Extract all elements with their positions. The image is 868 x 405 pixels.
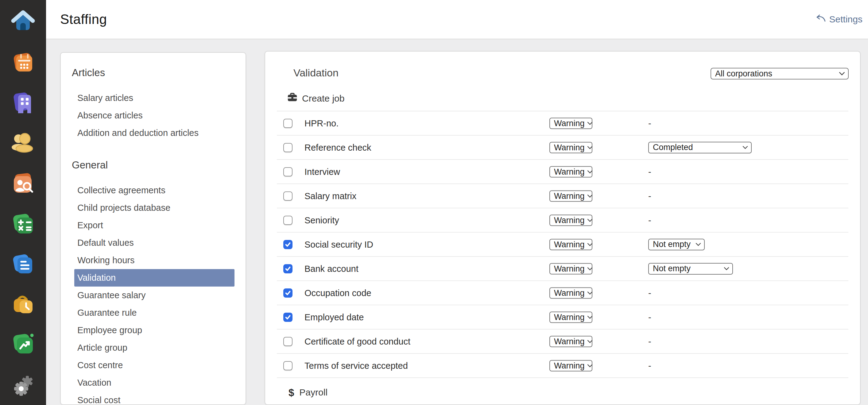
calendar-icon[interactable] xyxy=(9,50,36,77)
validation-row: Certificate of good conductWarning- xyxy=(277,330,848,354)
notes-icon[interactable] xyxy=(9,251,36,278)
sidebar-item-vacation[interactable]: Vacation xyxy=(74,374,235,392)
checkbox-unchecked[interactable] xyxy=(283,191,292,201)
validation-row: Terms of service acceptedWarning- xyxy=(277,354,848,378)
rule-label: Interview xyxy=(305,166,340,177)
severity-select[interactable]: Warning xyxy=(549,190,592,201)
severity-select[interactable]: Warning xyxy=(549,239,592,250)
checkbox-unchecked[interactable] xyxy=(283,361,292,370)
settings-link[interactable]: Settings xyxy=(816,14,863,25)
validation-row: HPR-no.Warning- xyxy=(277,112,848,135)
severity-select[interactable]: Warning xyxy=(549,311,592,323)
condition-select[interactable]: Completed xyxy=(648,142,752,153)
severity-select[interactable]: Warning xyxy=(549,118,592,129)
condition-empty: - xyxy=(648,191,651,201)
bag-clock-icon[interactable] xyxy=(9,292,36,319)
section-title: Payroll xyxy=(299,387,328,398)
condition-empty: - xyxy=(648,166,651,177)
condition-empty: - xyxy=(648,312,651,322)
nav-items: Collective agreementsChild projects data… xyxy=(61,182,246,405)
validation-row: SeniorityWarning- xyxy=(277,208,848,232)
severity-select-value: Warning xyxy=(554,361,585,370)
validation-row: Bank accountWarningNot empty xyxy=(277,257,848,281)
checkbox-checked[interactable] xyxy=(283,313,292,322)
severity-select[interactable]: Warning xyxy=(549,263,592,274)
settings-nav-panel: ArticlesSalary articlesAbsence articlesA… xyxy=(60,52,246,405)
condition-empty: - xyxy=(648,336,651,346)
checkbox-unchecked[interactable] xyxy=(283,337,292,346)
sidebar-item-guarantee-rule[interactable]: Guarantee rule xyxy=(74,304,235,321)
condition-empty: - xyxy=(648,118,651,128)
checkbox-unchecked[interactable] xyxy=(283,119,292,128)
coins-icon[interactable] xyxy=(9,129,36,156)
section-header-create-job: Create job xyxy=(287,93,344,104)
severity-select[interactable]: Warning xyxy=(549,360,592,371)
severity-select-value: Warning xyxy=(554,191,585,201)
condition-select[interactable]: Not empty xyxy=(648,263,733,275)
rule-label: Terms of service accepted xyxy=(305,361,408,371)
sidebar-item-export[interactable]: Export xyxy=(74,217,235,234)
validation-row: Social security IDWarningNot empty xyxy=(277,232,848,257)
sidebar-item-absence-articles[interactable]: Absence articles xyxy=(74,107,235,124)
severity-select-value: Warning xyxy=(554,312,585,322)
checkbox-checked[interactable] xyxy=(283,288,292,298)
corporation-select[interactable]: All corporations xyxy=(711,68,849,80)
validation-row: Salary matrixWarning- xyxy=(277,184,848,208)
validation-row: InterviewWarning- xyxy=(277,160,848,184)
sidebar-item-cost-centre[interactable]: Cost centre xyxy=(74,356,235,374)
severity-select-value: Warning xyxy=(554,167,585,177)
sidebar-item-validation[interactable]: Validation xyxy=(74,269,235,287)
severity-select-value: Warning xyxy=(554,337,585,346)
sidebar-item-guarantee-salary[interactable]: Guarantee salary xyxy=(74,287,235,304)
sidebar-item-default-values[interactable]: Default values xyxy=(74,234,235,252)
sidebar-item-employee-group[interactable]: Employee group xyxy=(74,321,235,339)
condition-empty: - xyxy=(648,215,651,225)
checkbox-unchecked[interactable] xyxy=(283,216,292,225)
validation-rules-list: HPR-no.Warning-Reference checkWarningCom… xyxy=(277,111,848,378)
rule-label: Seniority xyxy=(305,215,339,225)
validation-row: Employed dateWarning- xyxy=(277,305,848,330)
condition-empty: - xyxy=(648,361,651,371)
checkbox-unchecked[interactable] xyxy=(283,143,292,152)
person-search-icon[interactable] xyxy=(9,171,36,198)
severity-select[interactable]: Warning xyxy=(549,166,592,177)
checkbox-checked[interactable] xyxy=(283,240,292,249)
top-header: Staffing Settings xyxy=(46,0,868,39)
severity-select-value: Warning xyxy=(554,288,585,298)
condition-select-value: Completed xyxy=(653,143,693,152)
severity-select[interactable]: Warning xyxy=(549,215,592,226)
nav-items: Salary articlesAbsence articlesAddition … xyxy=(61,89,246,142)
gear-icon[interactable] xyxy=(9,373,36,400)
nav-section-heading: General xyxy=(72,157,246,173)
severity-select-value: Warning xyxy=(554,215,585,225)
checkbox-checked[interactable] xyxy=(283,264,292,273)
severity-select[interactable]: Warning xyxy=(549,287,592,299)
severity-select[interactable]: Warning xyxy=(549,142,592,153)
sidebar-item-article-group[interactable]: Article group xyxy=(74,339,235,356)
briefcase-icon xyxy=(287,93,298,104)
corporation-select-value: All corporations xyxy=(715,69,772,79)
sidebar-item-collective-agreements[interactable]: Collective agreements xyxy=(74,182,235,199)
sidebar-item-working-hours[interactable]: Working hours xyxy=(74,252,235,269)
home-icon[interactable] xyxy=(9,8,36,36)
section-header-payroll: $ Payroll xyxy=(288,387,328,398)
rule-label: Employed date xyxy=(305,312,364,322)
building-icon[interactable] xyxy=(9,90,36,117)
severity-select[interactable]: Warning xyxy=(549,336,592,347)
rule-label: Salary matrix xyxy=(305,191,356,201)
sidebar-item-salary-articles[interactable]: Salary articles xyxy=(74,89,235,107)
checkbox-unchecked[interactable] xyxy=(283,167,292,177)
condition-select-value: Not empty xyxy=(653,264,691,273)
sidebar-item-addition-and-deduction-articles[interactable]: Addition and deduction articles xyxy=(74,124,235,142)
condition-select-value: Not empty xyxy=(653,240,691,249)
sidebar-item-social-cost[interactable]: Social cost xyxy=(74,392,235,405)
rule-label: Bank account xyxy=(305,263,359,274)
calculator-icon[interactable] xyxy=(9,211,36,239)
chart-icon[interactable] xyxy=(9,331,36,358)
rule-label: Occupation code xyxy=(305,288,371,298)
panel-title: Validation xyxy=(293,66,339,79)
sidebar-item-child-projects-database[interactable]: Child projects database xyxy=(74,199,235,217)
condition-select[interactable]: Not empty xyxy=(648,239,705,250)
rule-label: HPR-no. xyxy=(305,118,339,128)
nav-section-heading: Articles xyxy=(72,64,246,81)
